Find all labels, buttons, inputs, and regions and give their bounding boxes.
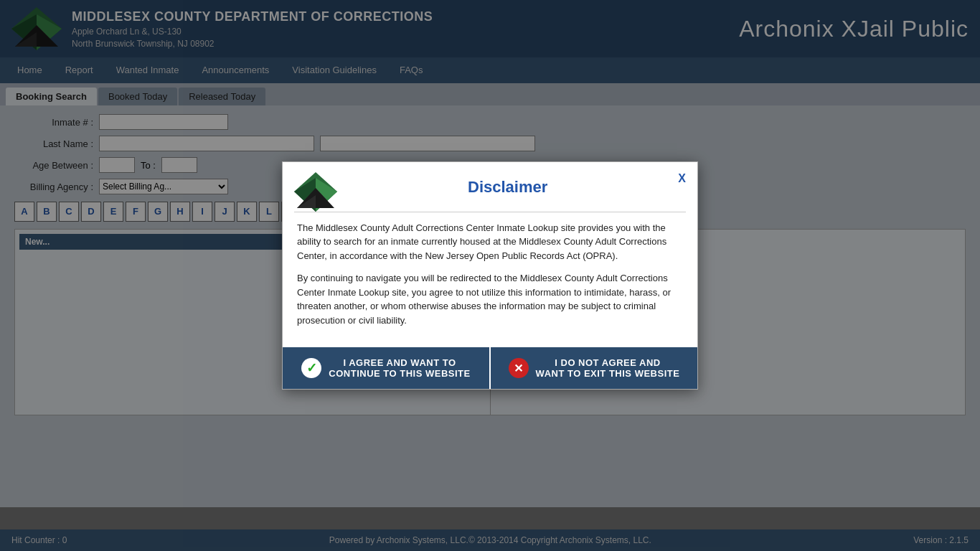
modal-close-button[interactable]: X bbox=[678, 172, 686, 185]
check-icon bbox=[301, 358, 321, 378]
agree-label: I AGREE AND WANT TOCONTINUE TO THIS WEBS… bbox=[329, 357, 470, 379]
x-icon bbox=[509, 358, 529, 378]
modal-overlay: Disclaimer X The Middlesex County Adult … bbox=[0, 0, 980, 551]
disclaimer-modal: Disclaimer X The Middlesex County Adult … bbox=[282, 161, 698, 390]
modal-header: Disclaimer X bbox=[283, 162, 697, 212]
modal-footer: I AGREE AND WANT TOCONTINUE TO THIS WEBS… bbox=[283, 347, 697, 389]
modal-logo bbox=[294, 172, 337, 212]
modal-divider bbox=[294, 212, 686, 212]
modal-body: The Middlesex County Adult Corrections C… bbox=[283, 221, 697, 348]
disagree-label: I DO NOT AGREE ANDWANT TO EXIT THIS WEBS… bbox=[536, 357, 680, 379]
disagree-button[interactable]: I DO NOT AGREE ANDWANT TO EXIT THIS WEBS… bbox=[489, 347, 697, 389]
agree-button[interactable]: I AGREE AND WANT TOCONTINUE TO THIS WEBS… bbox=[283, 347, 489, 389]
modal-title-container: Disclaimer bbox=[337, 172, 678, 204]
modal-paragraph2: By continuing to navigate you will be re… bbox=[297, 271, 683, 327]
modal-paragraph1: The Middlesex County Adult Corrections C… bbox=[297, 221, 683, 263]
modal-title: Disclaimer bbox=[337, 178, 678, 197]
